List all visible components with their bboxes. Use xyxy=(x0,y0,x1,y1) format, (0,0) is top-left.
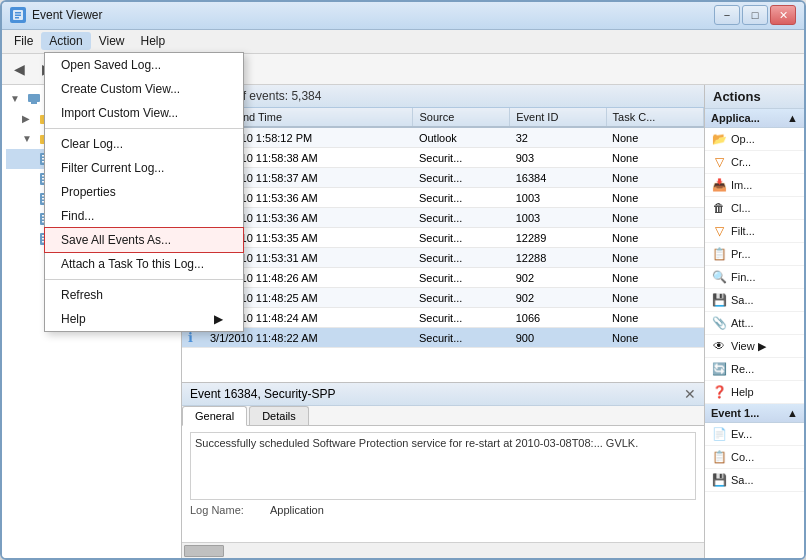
action-sa[interactable]: 💾 Sa... xyxy=(705,289,804,312)
row-source-cell: Securit... xyxy=(413,288,510,308)
properties-icon: 📋 xyxy=(711,246,727,262)
row-task-cell: None xyxy=(606,328,703,348)
main-window: Event Viewer − □ ✕ File Action View Help… xyxy=(0,0,806,560)
row-eventid-cell: 12288 xyxy=(510,248,606,268)
table-row[interactable]: ℹ 3/1/2010 11:53:36 AM Securit... 1003 N… xyxy=(182,208,704,228)
menu-file[interactable]: File xyxy=(6,32,41,50)
save-icon: 💾 xyxy=(711,292,727,308)
action-pr[interactable]: 📋 Pr... xyxy=(705,243,804,266)
menu-find[interactable]: Find... xyxy=(45,204,243,228)
table-row[interactable]: ℹ 3/1/2010 1:58:12 PM Outlook 32 None xyxy=(182,127,704,148)
col-eventid[interactable]: Event ID xyxy=(510,108,606,127)
row-source-cell: Securit... xyxy=(413,228,510,248)
row-eventid-cell: 1066 xyxy=(510,308,606,328)
action-sa-label: Sa... xyxy=(731,294,754,306)
menu-attach-task[interactable]: Attach a Task To this Log... xyxy=(45,252,243,276)
close-detail-button[interactable]: ✕ xyxy=(684,386,696,402)
action-ev[interactable]: 📄 Ev... xyxy=(705,423,804,446)
import-icon: 📥 xyxy=(711,177,727,193)
row-task-cell: None xyxy=(606,127,703,148)
col-source[interactable]: Source xyxy=(413,108,510,127)
section-event1-collapse[interactable]: ▲ xyxy=(787,407,798,419)
title-bar: Event Viewer − □ ✕ xyxy=(2,2,804,30)
svg-rect-5 xyxy=(31,102,37,104)
row-eventid-cell: 902 xyxy=(510,268,606,288)
table-row[interactable]: ℹ 3/1/2010 11:58:38 AM Securit... 903 No… xyxy=(182,148,704,168)
menu-help-item[interactable]: Help ▶ xyxy=(45,307,243,331)
events-table[interactable]: Date and Time Source Event ID Task C... … xyxy=(182,108,704,382)
menu-action[interactable]: Action xyxy=(41,32,90,50)
svg-rect-4 xyxy=(28,94,40,102)
col-task[interactable]: Task C... xyxy=(606,108,703,127)
actions-section-event1[interactable]: Event 1... ▲ xyxy=(705,404,804,423)
action-help[interactable]: ❓ Help xyxy=(705,381,804,404)
close-window-button[interactable]: ✕ xyxy=(770,5,796,25)
table-row[interactable]: ℹ 3/1/2010 11:48:26 AM Securit... 902 No… xyxy=(182,268,704,288)
action-filt[interactable]: ▽ Filt... xyxy=(705,220,804,243)
action-ev-label: Ev... xyxy=(731,428,752,440)
table-row[interactable]: ℹ 3/1/2010 11:58:37 AM Securit... 16384 … xyxy=(182,168,704,188)
table-row[interactable]: ℹ 3/1/2010 11:48:22 AM Securit... 900 No… xyxy=(182,328,704,348)
action-re[interactable]: 🔄 Re... xyxy=(705,358,804,381)
action-att[interactable]: 📎 Att... xyxy=(705,312,804,335)
tab-content-general: Successfully scheduled Software Protecti… xyxy=(182,426,704,526)
menu-save-all-events-as[interactable]: Save All Events As... xyxy=(45,228,243,252)
svg-rect-3 xyxy=(15,17,19,19)
action-view[interactable]: 👁 View ▶ xyxy=(705,335,804,358)
action-saev[interactable]: 💾 Sa... xyxy=(705,469,804,492)
table-row[interactable]: ℹ 3/1/2010 11:48:24 AM Securit... 1066 N… xyxy=(182,308,704,328)
h-scroll-thumb[interactable] xyxy=(184,545,224,557)
section-applica-collapse[interactable]: ▲ xyxy=(787,112,798,124)
action-cl[interactable]: 🗑 Cl... xyxy=(705,197,804,220)
minimize-button[interactable]: − xyxy=(714,5,740,25)
table-row[interactable]: ℹ 3/1/2010 11:53:35 AM Securit... 12289 … xyxy=(182,228,704,248)
menu-create-custom-view[interactable]: Create Custom View... xyxy=(45,77,243,101)
menu-clear-log[interactable]: Clear Log... xyxy=(45,132,243,156)
svg-rect-2 xyxy=(15,15,21,17)
attach-icon: 📎 xyxy=(711,315,727,331)
copy-icon: 📋 xyxy=(711,449,727,465)
action-op[interactable]: 📂 Op... xyxy=(705,128,804,151)
view-icon: 👁 xyxy=(711,338,727,354)
expand-icon[interactable]: ▼ xyxy=(10,93,22,105)
row-eventid-cell: 900 xyxy=(510,328,606,348)
row-source-cell: Securit... xyxy=(413,268,510,288)
action-fin[interactable]: 🔍 Fin... xyxy=(705,266,804,289)
row-task-cell: None xyxy=(606,228,703,248)
menu-view[interactable]: View xyxy=(91,32,133,50)
title-bar-left: Event Viewer xyxy=(10,7,102,23)
toolbar-back[interactable]: ◀ xyxy=(6,57,32,81)
action-cl-label: Cl... xyxy=(731,202,751,214)
actions-section-applica[interactable]: Applica... ▲ xyxy=(705,109,804,128)
row-task-cell: None xyxy=(606,208,703,228)
expand-icon-cv[interactable]: ▶ xyxy=(22,113,34,125)
tab-details[interactable]: Details xyxy=(249,406,309,425)
row-task-cell: None xyxy=(606,268,703,288)
restore-button[interactable]: □ xyxy=(742,5,768,25)
log-name-row: Log Name: Application xyxy=(190,504,696,516)
action-co-label: Co... xyxy=(731,451,754,463)
table-row[interactable]: ℹ 3/1/2010 11:53:31 AM Securit... 12288 … xyxy=(182,248,704,268)
menu-properties[interactable]: Properties xyxy=(45,180,243,204)
menu-refresh[interactable]: Refresh xyxy=(45,283,243,307)
table-row[interactable]: ℹ 3/1/2010 11:48:25 AM Securit... 902 No… xyxy=(182,288,704,308)
row-task-cell: None xyxy=(606,248,703,268)
row-eventid-cell: 16384 xyxy=(510,168,606,188)
menu-filter-current-log[interactable]: Filter Current Log... xyxy=(45,156,243,180)
row-source-cell: Securit... xyxy=(413,148,510,168)
table-row[interactable]: ℹ 3/1/2010 11:53:36 AM Securit... 1003 N… xyxy=(182,188,704,208)
tab-general[interactable]: General xyxy=(182,406,247,426)
menu-import-custom-view[interactable]: Import Custom View... xyxy=(45,101,243,125)
menu-open-saved-log[interactable]: Open Saved Log... xyxy=(45,53,243,77)
horizontal-scrollbar[interactable] xyxy=(182,542,704,558)
menu-help[interactable]: Help xyxy=(133,32,174,50)
event-detail-title: Event 16384, Security-SPP xyxy=(190,387,335,401)
action-cr[interactable]: ▽ Cr... xyxy=(705,151,804,174)
log-name-value: Application xyxy=(270,504,324,516)
row-source-cell: Outlook xyxy=(413,127,510,148)
expand-icon-wl[interactable]: ▼ xyxy=(22,133,34,145)
app-icon xyxy=(10,7,26,23)
action-co[interactable]: 📋 Co... xyxy=(705,446,804,469)
clear-icon: 🗑 xyxy=(711,200,727,216)
action-im[interactable]: 📥 Im... xyxy=(705,174,804,197)
